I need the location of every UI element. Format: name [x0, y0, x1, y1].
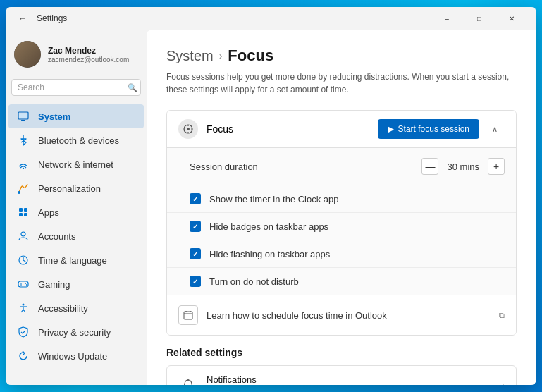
- focus-expanded: Session duration — 30 mins +: [167, 148, 516, 335]
- notification-icon: [178, 375, 198, 386]
- sidebar-item-gaming-label: Gaming: [38, 279, 70, 290]
- related-settings-title: Related settings: [166, 347, 517, 358]
- start-focus-label: Start focus session: [398, 124, 469, 134]
- svg-rect-5: [19, 208, 23, 212]
- checkbox-flashing-label: Hide flashing on taskbar apps: [209, 249, 330, 259]
- breadcrumb-arrow: ›: [219, 50, 223, 61]
- duration-controls: — 30 mins +: [421, 158, 505, 175]
- breadcrumb: System › Focus: [166, 47, 517, 65]
- update-icon: [17, 350, 30, 362]
- search-box[interactable]: 🔍: [11, 79, 141, 96]
- svg-point-29: [187, 379, 189, 381]
- duration-value: 30 mins: [447, 161, 479, 172]
- window-title: Settings: [37, 13, 431, 23]
- personalization-icon: [17, 182, 30, 195]
- svg-point-17: [23, 304, 25, 306]
- page-description: Focus sessions help you get more done by…: [166, 71, 517, 96]
- search-input[interactable]: [18, 82, 123, 92]
- titlebar: ← Settings – □ ✕: [6, 7, 536, 30]
- sidebar-item-personalization[interactable]: Personalization: [8, 176, 144, 200]
- avatar: [14, 41, 41, 68]
- user-email: zacmendez@outlook.com: [48, 56, 138, 63]
- svg-rect-2: [19, 114, 27, 118]
- checkbox-row-timer[interactable]: ✓ Show the timer in the Clock app: [167, 185, 516, 213]
- checkbox-dnd[interactable]: ✓: [190, 276, 201, 287]
- focus-card: Focus ▶ Start focus session ∧ Session du…: [166, 110, 517, 336]
- chevron-right-icon: ›: [502, 381, 505, 386]
- checkbox-badges[interactable]: ✓: [190, 221, 201, 232]
- sidebar-item-privacy[interactable]: Privacy & security: [8, 320, 144, 344]
- svg-rect-1: [21, 120, 25, 121]
- sidebar-item-network-label: Network & internet: [38, 159, 113, 170]
- checkbox-timer[interactable]: ✓: [190, 193, 201, 204]
- sidebar-item-accounts[interactable]: Accounts: [8, 224, 144, 248]
- sidebar-item-gaming[interactable]: Gaming: [8, 272, 144, 296]
- window-controls: – □ ✕: [431, 7, 528, 30]
- svg-point-9: [21, 232, 25, 236]
- main-content: System › Focus Focus sessions help you g…: [147, 30, 536, 385]
- checkbox-dnd-label: Turn on do not disturb: [209, 276, 299, 287]
- notifications-row[interactable]: Notifications Mute notifications, alerts…: [166, 365, 517, 385]
- notifications-title: Notifications: [207, 374, 502, 385]
- checkbox-row-flashing[interactable]: ✓ Hide flashing on taskbar apps: [167, 240, 516, 268]
- sidebar-item-system[interactable]: System: [8, 104, 144, 128]
- svg-point-3: [23, 168, 24, 169]
- session-duration-row: Session duration — 30 mins +: [167, 148, 516, 185]
- sidebar-item-update[interactable]: Windows Update: [8, 344, 144, 368]
- outlook-row[interactable]: Learn how to schedule focus time in Outl…: [167, 295, 516, 335]
- duration-increase-button[interactable]: +: [488, 158, 505, 175]
- checkbox-check-icon4: ✓: [192, 278, 198, 286]
- session-duration-label: Session duration: [190, 161, 421, 172]
- time-icon: [17, 254, 30, 267]
- duration-decrease-button[interactable]: —: [421, 158, 438, 175]
- play-icon: ▶: [388, 124, 394, 134]
- sidebar-item-privacy-label: Privacy & security: [38, 327, 111, 338]
- svg-point-16: [26, 284, 27, 286]
- checkbox-badges-label: Hide badges on taskbar apps: [209, 221, 328, 232]
- minimize-button[interactable]: –: [431, 7, 463, 30]
- sidebar-item-bluetooth[interactable]: Bluetooth & devices: [8, 128, 144, 152]
- svg-rect-6: [24, 208, 27, 212]
- related-settings: Related settings Notifications Mute noti…: [166, 347, 517, 385]
- sidebar-item-accessibility-label: Accessibility: [38, 303, 88, 314]
- sidebar-item-accessibility[interactable]: Accessibility: [8, 296, 144, 320]
- back-button[interactable]: ←: [14, 10, 31, 27]
- calendar-icon: [178, 305, 198, 325]
- svg-rect-8: [24, 213, 27, 216]
- checkbox-flashing[interactable]: ✓: [190, 248, 201, 259]
- user-profile[interactable]: Zac Mendez zacmendez@outlook.com: [6, 35, 147, 79]
- close-button[interactable]: ✕: [495, 7, 528, 30]
- collapse-button[interactable]: ∧: [485, 119, 505, 139]
- checkbox-row-dnd[interactable]: ✓ Turn on do not disturb: [167, 268, 516, 295]
- system-icon: [17, 110, 30, 123]
- svg-rect-7: [19, 213, 23, 216]
- sidebar-item-personalization-label: Personalization: [38, 183, 101, 194]
- svg-point-15: [25, 283, 26, 284]
- user-info: Zac Mendez zacmendez@outlook.com: [48, 46, 138, 63]
- sidebar: Zac Mendez zacmendez@outlook.com 🔍 Syste…: [6, 30, 147, 385]
- svg-point-19: [187, 128, 190, 130]
- sidebar-item-update-label: Windows Update: [38, 351, 107, 362]
- sidebar-item-network[interactable]: Network & internet: [8, 152, 144, 176]
- sidebar-item-accounts-label: Accounts: [38, 231, 75, 242]
- checkbox-check-icon3: ✓: [192, 250, 198, 258]
- settings-window: ← Settings – □ ✕ Zac Mendez zacmendez@ou…: [6, 7, 536, 385]
- sidebar-item-apps[interactable]: Apps: [8, 200, 144, 224]
- focus-header: Focus ▶ Start focus session ∧: [167, 111, 516, 148]
- sidebar-item-bluetooth-label: Bluetooth & devices: [38, 135, 119, 146]
- focus-card-icon: [178, 119, 198, 139]
- user-name: Zac Mendez: [48, 46, 138, 56]
- sidebar-item-time[interactable]: Time & language: [8, 248, 144, 272]
- checkbox-check-icon2: ✓: [192, 223, 198, 231]
- breadcrumb-parent[interactable]: System: [166, 48, 214, 64]
- accounts-icon: [17, 230, 30, 243]
- start-focus-button[interactable]: ▶ Start focus session: [378, 119, 479, 139]
- maximize-button[interactable]: □: [463, 7, 495, 30]
- focus-card-title: Focus: [207, 123, 378, 135]
- accessibility-icon: [17, 302, 30, 314]
- sidebar-item-apps-label: Apps: [38, 207, 59, 218]
- svg-rect-24: [184, 312, 192, 319]
- checkbox-row-badges[interactable]: ✓ Hide badges on taskbar apps: [167, 213, 516, 240]
- apps-icon: [17, 206, 30, 219]
- outlook-label: Learn how to schedule focus time in Outl…: [207, 310, 499, 321]
